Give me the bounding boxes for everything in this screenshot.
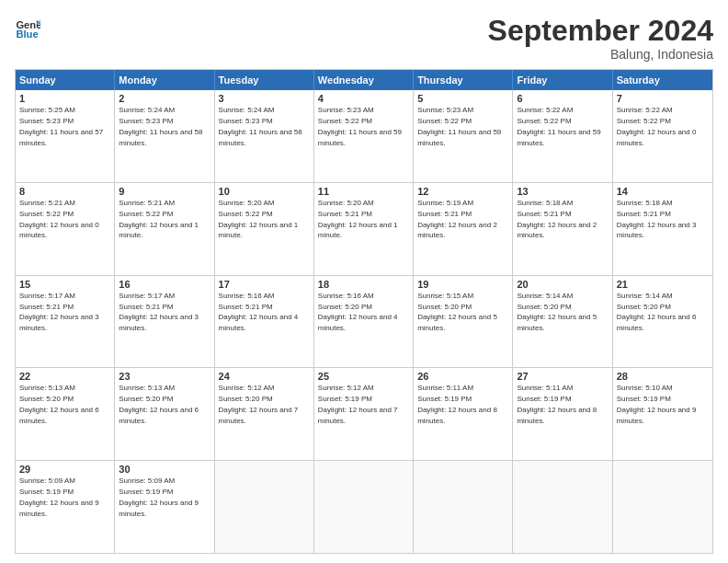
calendar-cell: 25Sunrise: 5:12 AMSunset: 5:19 PMDayligh… xyxy=(314,368,414,460)
day-number: 3 xyxy=(219,93,310,104)
cell-info: Sunrise: 5:17 AMSunset: 5:21 PMDaylight:… xyxy=(19,292,99,332)
calendar-cell: 15Sunrise: 5:17 AMSunset: 5:21 PMDayligh… xyxy=(16,276,115,368)
cell-info: Sunrise: 5:10 AMSunset: 5:19 PMDaylight:… xyxy=(617,384,697,424)
cell-info: Sunrise: 5:11 AMSunset: 5:19 PMDaylight:… xyxy=(417,384,497,424)
calendar-cell xyxy=(513,461,612,553)
calendar-cell: 28Sunrise: 5:10 AMSunset: 5:19 PMDayligh… xyxy=(613,368,712,460)
calendar-cell: 26Sunrise: 5:11 AMSunset: 5:19 PMDayligh… xyxy=(414,368,513,460)
day-number: 23 xyxy=(119,371,210,382)
day-number: 8 xyxy=(19,186,110,197)
day-number: 27 xyxy=(517,371,608,382)
day-number: 19 xyxy=(417,279,508,290)
cell-info: Sunrise: 5:15 AMSunset: 5:20 PMDaylight:… xyxy=(417,292,497,332)
calendar-cell: 1Sunrise: 5:25 AMSunset: 5:23 PMDaylight… xyxy=(16,90,115,182)
logo: General Blue xyxy=(15,15,40,40)
header-wednesday: Wednesday xyxy=(314,70,414,90)
day-number: 16 xyxy=(119,279,210,290)
day-number: 18 xyxy=(318,279,409,290)
calendar-cell: 17Sunrise: 5:16 AMSunset: 5:21 PMDayligh… xyxy=(215,276,314,368)
day-number: 21 xyxy=(617,279,709,290)
calendar-body: 1Sunrise: 5:25 AMSunset: 5:23 PMDaylight… xyxy=(16,90,712,553)
calendar-cell: 29Sunrise: 5:09 AMSunset: 5:19 PMDayligh… xyxy=(16,461,115,553)
cell-info: Sunrise: 5:21 AMSunset: 5:22 PMDaylight:… xyxy=(19,199,99,239)
cell-info: Sunrise: 5:20 AMSunset: 5:22 PMDaylight:… xyxy=(219,199,299,239)
day-number: 26 xyxy=(417,371,508,382)
day-number: 30 xyxy=(119,464,210,475)
calendar-cell xyxy=(414,461,513,553)
cell-info: Sunrise: 5:19 AMSunset: 5:21 PMDaylight:… xyxy=(417,199,497,239)
calendar-cell: 27Sunrise: 5:11 AMSunset: 5:19 PMDayligh… xyxy=(513,368,612,460)
svg-text:Blue: Blue xyxy=(16,29,38,40)
calendar-cell: 22Sunrise: 5:13 AMSunset: 5:20 PMDayligh… xyxy=(16,368,115,460)
page-header: General Blue September 2024 Balung, Indo… xyxy=(15,15,713,62)
calendar-cell: 18Sunrise: 5:16 AMSunset: 5:20 PMDayligh… xyxy=(314,276,414,368)
cell-info: Sunrise: 5:20 AMSunset: 5:21 PMDaylight:… xyxy=(318,199,398,239)
calendar-cell: 16Sunrise: 5:17 AMSunset: 5:21 PMDayligh… xyxy=(115,276,214,368)
day-number: 29 xyxy=(19,464,110,475)
day-number: 7 xyxy=(617,93,709,104)
header-sunday: Sunday xyxy=(16,70,115,90)
calendar-container: General Blue September 2024 Balung, Indo… xyxy=(0,0,728,563)
cell-info: Sunrise: 5:09 AMSunset: 5:19 PMDaylight:… xyxy=(119,477,199,517)
location: Balung, Indonesia xyxy=(488,47,713,62)
cell-info: Sunrise: 5:24 AMSunset: 5:23 PMDaylight:… xyxy=(119,106,202,146)
calendar-cell: 6Sunrise: 5:22 AMSunset: 5:22 PMDaylight… xyxy=(513,90,612,182)
cell-info: Sunrise: 5:22 AMSunset: 5:22 PMDaylight:… xyxy=(517,106,600,146)
day-number: 25 xyxy=(318,371,409,382)
calendar-cell: 2Sunrise: 5:24 AMSunset: 5:23 PMDaylight… xyxy=(115,90,214,182)
cell-info: Sunrise: 5:12 AMSunset: 5:19 PMDaylight:… xyxy=(318,384,398,424)
cell-info: Sunrise: 5:25 AMSunset: 5:23 PMDaylight:… xyxy=(19,106,103,146)
logo-icon: General Blue xyxy=(15,15,40,40)
calendar-cell: 4Sunrise: 5:23 AMSunset: 5:22 PMDaylight… xyxy=(314,90,414,182)
calendar-cell: 9Sunrise: 5:21 AMSunset: 5:22 PMDaylight… xyxy=(115,183,214,275)
header-monday: Monday xyxy=(115,70,214,90)
calendar-cell: 7Sunrise: 5:22 AMSunset: 5:22 PMDaylight… xyxy=(613,90,712,182)
day-number: 1 xyxy=(19,93,110,104)
calendar-cell: 14Sunrise: 5:18 AMSunset: 5:21 PMDayligh… xyxy=(613,183,712,275)
cell-info: Sunrise: 5:23 AMSunset: 5:22 PMDaylight:… xyxy=(318,106,402,146)
calendar-cell: 11Sunrise: 5:20 AMSunset: 5:21 PMDayligh… xyxy=(314,183,414,275)
cell-info: Sunrise: 5:11 AMSunset: 5:19 PMDaylight:… xyxy=(517,384,597,424)
calendar-header: Sunday Monday Tuesday Wednesday Thursday… xyxy=(16,70,712,90)
calendar-cell: 12Sunrise: 5:19 AMSunset: 5:21 PMDayligh… xyxy=(414,183,513,275)
cell-info: Sunrise: 5:23 AMSunset: 5:22 PMDaylight:… xyxy=(417,106,501,146)
day-number: 5 xyxy=(417,93,508,104)
cell-info: Sunrise: 5:16 AMSunset: 5:20 PMDaylight:… xyxy=(318,292,398,332)
cell-info: Sunrise: 5:22 AMSunset: 5:22 PMDaylight:… xyxy=(617,106,697,146)
day-number: 15 xyxy=(19,279,110,290)
cell-info: Sunrise: 5:24 AMSunset: 5:23 PMDaylight:… xyxy=(219,106,302,146)
calendar: Sunday Monday Tuesday Wednesday Thursday… xyxy=(15,69,713,554)
day-number: 24 xyxy=(219,371,310,382)
day-number: 9 xyxy=(119,186,210,197)
cell-info: Sunrise: 5:12 AMSunset: 5:20 PMDaylight:… xyxy=(219,384,299,424)
day-number: 6 xyxy=(517,93,608,104)
calendar-cell: 19Sunrise: 5:15 AMSunset: 5:20 PMDayligh… xyxy=(414,276,513,368)
day-number: 10 xyxy=(219,186,310,197)
day-number: 20 xyxy=(517,279,608,290)
month-title: September 2024 xyxy=(488,15,713,47)
calendar-cell xyxy=(613,461,712,553)
calendar-cell: 8Sunrise: 5:21 AMSunset: 5:22 PMDaylight… xyxy=(16,183,115,275)
calendar-cell: 10Sunrise: 5:20 AMSunset: 5:22 PMDayligh… xyxy=(215,183,314,275)
calendar-cell xyxy=(314,461,414,553)
day-number: 14 xyxy=(617,186,709,197)
header-tuesday: Tuesday xyxy=(215,70,314,90)
title-block: September 2024 Balung, Indonesia xyxy=(488,15,713,62)
day-number: 22 xyxy=(19,371,110,382)
calendar-cell: 20Sunrise: 5:14 AMSunset: 5:20 PMDayligh… xyxy=(513,276,612,368)
cell-info: Sunrise: 5:16 AMSunset: 5:21 PMDaylight:… xyxy=(219,292,299,332)
calendar-row-1: 1Sunrise: 5:25 AMSunset: 5:23 PMDaylight… xyxy=(16,90,712,182)
calendar-row-2: 8Sunrise: 5:21 AMSunset: 5:22 PMDaylight… xyxy=(16,182,712,275)
day-number: 28 xyxy=(617,371,709,382)
day-number: 12 xyxy=(417,186,508,197)
cell-info: Sunrise: 5:14 AMSunset: 5:20 PMDaylight:… xyxy=(617,292,697,332)
cell-info: Sunrise: 5:18 AMSunset: 5:21 PMDaylight:… xyxy=(617,199,697,239)
calendar-cell: 5Sunrise: 5:23 AMSunset: 5:22 PMDaylight… xyxy=(414,90,513,182)
day-number: 2 xyxy=(119,93,210,104)
calendar-cell: 30Sunrise: 5:09 AMSunset: 5:19 PMDayligh… xyxy=(115,461,214,553)
calendar-row-3: 15Sunrise: 5:17 AMSunset: 5:21 PMDayligh… xyxy=(16,275,712,368)
day-number: 4 xyxy=(318,93,409,104)
header-friday: Friday xyxy=(513,70,612,90)
cell-info: Sunrise: 5:21 AMSunset: 5:22 PMDaylight:… xyxy=(119,199,199,239)
day-number: 17 xyxy=(219,279,310,290)
